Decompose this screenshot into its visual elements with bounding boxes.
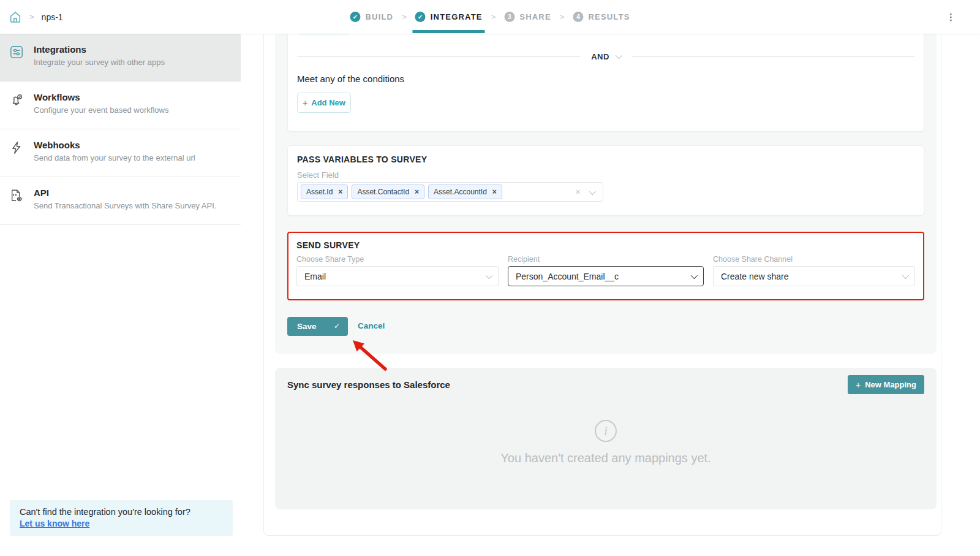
step-separator-icon: > <box>491 12 496 21</box>
api-document-icon <box>10 189 23 202</box>
and-operator-label: AND <box>591 52 609 61</box>
and-operator-row: AND <box>297 51 914 61</box>
active-step-underline <box>413 30 485 33</box>
share-type-value: Email <box>304 272 326 281</box>
sync-responses-title: Sync survey responses to Salesforce <box>287 379 450 390</box>
sidebar-item-title: API <box>34 188 228 198</box>
save-label: Save <box>297 322 317 331</box>
chip-label: Asset.AccountId <box>434 188 487 196</box>
step-number-badge: 3 <box>504 12 514 22</box>
select-field-label: Select Field <box>297 170 339 180</box>
recipient-value: Person_Account_Email__c <box>516 272 619 281</box>
step-label: BUILD <box>365 12 393 21</box>
breadcrumb: > nps-1 <box>9 0 63 34</box>
divider-line <box>297 56 580 57</box>
sidebar-item-title: Integrations <box>34 44 228 55</box>
sidebar-item-desc: Send Transactional Surveys with Share Su… <box>34 201 228 210</box>
lightning-icon <box>10 141 23 154</box>
add-new-condition-button[interactable]: + Add New <box>297 93 351 113</box>
step-label: RESULTS <box>588 12 630 21</box>
step-integrate[interactable]: ✓ INTEGRATE <box>415 12 483 22</box>
check-icon: ✓ <box>334 322 340 330</box>
chip-label: Asset.ContactId <box>357 188 409 196</box>
chip-remove-icon[interactable]: × <box>415 188 419 196</box>
pass-variables-title: PASS VARIABLES TO SURVEY <box>297 154 427 164</box>
top-header: > nps-1 ✓ BUILD > ✓ INTEGRATE > 3 SHARE … <box>0 0 980 34</box>
step-label: INTEGRATE <box>431 12 483 21</box>
field-chip[interactable]: Asset.Id × <box>301 185 348 199</box>
divider-line <box>631 56 914 57</box>
sidebar-footer-help-box: Can't find the integration you're lookin… <box>10 500 233 536</box>
workflow-bell-icon <box>10 93 23 107</box>
share-channel-select[interactable]: Create new share <box>713 266 915 286</box>
integrations-sidebar: Integrations Integrate your survey with … <box>0 34 241 556</box>
clear-all-icon[interactable]: × <box>575 187 581 196</box>
sidebar-item-desc: Integrate your survey with other apps <box>34 58 228 67</box>
chevron-down-icon <box>902 272 909 278</box>
pass-variables-card: PASS VARIABLES TO SURVEY Select Field As… <box>287 145 924 216</box>
let-us-know-link[interactable]: Let us know here <box>20 519 89 528</box>
stepper: ✓ BUILD > ✓ INTEGRATE > 3 SHARE > 4 RESU… <box>350 0 630 34</box>
share-channel-label: Choose Share Channel <box>713 255 793 264</box>
sync-mappings-panel: Sync survey responses to Salesforce + Ne… <box>275 368 937 509</box>
sidebar-item-title: Webhooks <box>34 140 228 150</box>
kebab-menu-icon[interactable]: ⋮ <box>946 0 956 34</box>
check-circle-icon: ✓ <box>350 12 360 22</box>
breadcrumb-separator-icon: > <box>29 12 34 21</box>
meet-conditions-label: Meet any of the conditions <box>297 74 404 84</box>
chevron-down-icon <box>486 272 492 278</box>
plus-icon: + <box>856 380 861 390</box>
share-type-label: Choose Share Type <box>296 255 364 264</box>
sidebar-item-workflows[interactable]: Workflows Configure your event based wor… <box>0 82 241 129</box>
sidebar-item-api[interactable]: API Send Transactional Surveys with Shar… <box>0 177 241 225</box>
share-channel-field: Choose Share Channel Create new share <box>713 233 915 299</box>
add-new-label: Add New <box>311 98 345 107</box>
empty-mappings-message: You haven't created any mappings yet. <box>275 451 937 465</box>
step-number-badge: 4 <box>573 12 583 22</box>
trigger-config-panel: AND Meet any of the conditions + Add New… <box>275 28 937 354</box>
select-field-multiselect[interactable]: Asset.Id × Asset.ContactId × Asset.Accou… <box>297 182 603 202</box>
step-separator-icon: > <box>560 12 565 21</box>
new-mapping-button[interactable]: + New Mapping <box>848 375 924 394</box>
share-type-select[interactable]: Email <box>296 266 499 286</box>
and-operator-dropdown[interactable]: AND <box>591 52 620 61</box>
field-chip[interactable]: Asset.AccountId × <box>428 185 502 199</box>
save-button[interactable]: Save ✓ <box>287 317 348 336</box>
share-channel-value: Create new share <box>721 272 789 281</box>
sidebar-item-webhooks[interactable]: Webhooks Send data from your survey to t… <box>0 129 241 177</box>
recipient-field: Recipient Person_Account_Email__c <box>508 233 704 299</box>
sliders-icon <box>10 45 23 59</box>
check-circle-icon: ✓ <box>415 12 426 22</box>
chip-remove-icon[interactable]: × <box>492 188 497 196</box>
recipient-label: Recipient <box>508 255 540 264</box>
send-survey-card: SEND SURVEY Choose Share Type Email Reci… <box>287 232 924 300</box>
step-results[interactable]: 4 RESULTS <box>573 12 630 22</box>
new-mapping-label: New Mapping <box>865 380 916 389</box>
chevron-down-icon[interactable] <box>589 188 596 195</box>
sidebar-item-desc: Configure your event based workflows <box>34 105 228 115</box>
salesforce-integration-panel: AND Meet any of the conditions + Add New… <box>263 28 941 536</box>
info-icon: i <box>595 420 617 442</box>
chevron-down-icon <box>691 272 698 278</box>
step-separator-icon: > <box>402 12 407 21</box>
field-chip[interactable]: Asset.ContactId × <box>352 185 424 199</box>
step-share[interactable]: 3 SHARE <box>504 12 551 22</box>
step-label: SHARE <box>519 12 551 21</box>
chip-remove-icon[interactable]: × <box>338 188 342 196</box>
share-type-field: Choose Share Type Email <box>296 233 499 299</box>
recipient-select[interactable]: Person_Account_Email__c <box>508 266 704 286</box>
sidebar-item-integrations[interactable]: Integrations Integrate your survey with … <box>0 34 241 82</box>
step-build[interactable]: ✓ BUILD <box>350 12 393 22</box>
breadcrumb-survey-name[interactable]: nps-1 <box>42 12 63 22</box>
conditions-card: AND Meet any of the conditions + Add New <box>287 23 924 132</box>
home-icon[interactable] <box>9 10 22 24</box>
plus-icon: + <box>303 98 307 108</box>
sidebar-item-desc: Send data from your survey to the extern… <box>34 153 228 162</box>
chevron-down-icon <box>616 52 622 59</box>
help-question-text: Can't find the integration you're lookin… <box>20 507 223 517</box>
chip-label: Asset.Id <box>306 188 333 196</box>
sidebar-item-title: Workflows <box>34 92 228 102</box>
cancel-link[interactable]: Cancel <box>358 321 385 330</box>
